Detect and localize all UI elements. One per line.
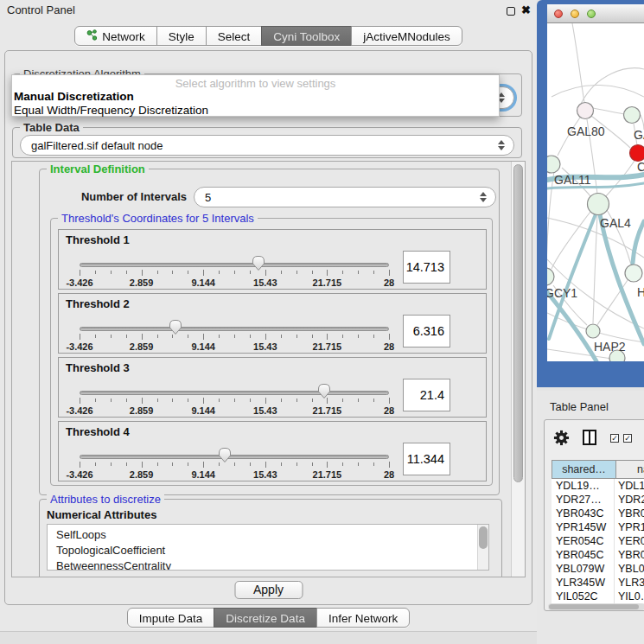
- apply-button[interactable]: Apply: [234, 581, 303, 599]
- tab-cyni-toolbox[interactable]: Cyni Toolbox: [261, 26, 352, 46]
- slider-tick: [296, 271, 297, 274]
- cell-name: YPR1…: [615, 520, 644, 534]
- slider-track[interactable]: [80, 391, 389, 395]
- cell-shared-name: YPR145W: [552, 520, 615, 534]
- column-header-name[interactable]: na: [615, 460, 644, 479]
- slider-tick-label: 15.43: [239, 405, 291, 416]
- number-of-intervals-select[interactable]: 5: [194, 187, 496, 207]
- slider-tick: [281, 462, 282, 466]
- slider-tick: [219, 271, 220, 274]
- network-canvas[interactable]: GAL80 GA C GAL11 GAL4 GCY1 H HAP2: [547, 23, 644, 361]
- algorithm-option[interactable]: Manual Discretization: [12, 90, 499, 104]
- slider-tick: [389, 334, 390, 340]
- combo-stepper-icon: [480, 192, 487, 202]
- slider-tick: [373, 335, 374, 338]
- bottom-tab-bar: Impute DataDiscretize DataInfer Network: [0, 608, 537, 628]
- table-row[interactable]: YIL052CYIL0…: [552, 590, 644, 603]
- settings-scrollbar[interactable]: [511, 162, 525, 577]
- slider-track[interactable]: [80, 263, 389, 267]
- label-gcy1: GCY1: [547, 286, 577, 300]
- network-graph: GAL80 GA C GAL11 GAL4 GCY1 H HAP2: [547, 23, 644, 361]
- cell-name: YLR3…: [615, 576, 644, 590]
- minimize-window-icon[interactable]: [571, 10, 579, 18]
- threshold-value-field[interactable]: 6.316: [403, 315, 450, 348]
- zoom-window-icon[interactable]: [587, 10, 596, 18]
- node-top-right[interactable]: [624, 107, 641, 124]
- checkbox-icon[interactable]: ✓: [610, 434, 619, 443]
- tab-network[interactable]: Network: [74, 26, 157, 46]
- tab-impute-data[interactable]: Impute Data: [127, 608, 215, 628]
- tab-select[interactable]: Select: [206, 26, 263, 46]
- algorithm-option[interactable]: Equal Width/Frequency Discretization: [12, 104, 499, 118]
- close-panel-icon[interactable]: ✖: [521, 3, 531, 16]
- slider-track[interactable]: [80, 455, 389, 459]
- slider-tick: [80, 270, 80, 276]
- slider-tick: [358, 335, 359, 338]
- node-gal11[interactable]: [547, 156, 560, 173]
- threshold-panel-2: Threshold 2-3.4262.8599.14415.4321.71528…: [58, 293, 487, 354]
- window-bottom-edge: [0, 631, 537, 644]
- slider-tick: [142, 270, 143, 276]
- table-row[interactable]: YDR27…YDR2…: [552, 493, 644, 507]
- slider-thumb[interactable]: [218, 447, 232, 463]
- slider-tick: [80, 462, 80, 468]
- label-hap2: HAP2: [594, 340, 626, 354]
- slider-tick: [188, 271, 188, 274]
- slider-tick: [358, 271, 359, 274]
- gear-icon[interactable]: [553, 430, 570, 446]
- slider-thumb[interactable]: [169, 319, 182, 335]
- slider-thumb[interactable]: [252, 255, 265, 271]
- threshold-label: Threshold 3: [66, 361, 130, 374]
- checkbox-icon[interactable]: ✓: [623, 434, 632, 443]
- table-row[interactable]: YBR043CYBR0…: [552, 507, 644, 520]
- float-panel-icon[interactable]: [507, 7, 515, 16]
- threshold-panel-3: Threshold 3-3.4262.8599.14415.4321.71528…: [58, 357, 487, 418]
- node-table: shared… na YDL19…YDL1…YDR27…YDR2…YBR043C…: [552, 460, 644, 602]
- attributes-scrollbar[interactable]: [477, 525, 488, 570]
- threshold-value-field[interactable]: 21.4: [403, 379, 450, 411]
- tab-discretize-data[interactable]: Discretize Data: [214, 608, 317, 628]
- node-h[interactable]: [625, 265, 642, 282]
- slider-tick-label: 2.859: [116, 469, 168, 480]
- column-settings-icon[interactable]: [583, 430, 596, 445]
- threshold-value-field[interactable]: 11.344: [403, 443, 450, 475]
- slider-thumb[interactable]: [317, 383, 331, 399]
- attribute-item[interactable]: SelfLoops: [48, 527, 488, 543]
- node-gal4[interactable]: [588, 194, 609, 215]
- table-hscrollbar[interactable]: [548, 603, 644, 610]
- table-row[interactable]: YPR145WYPR1…: [552, 520, 644, 534]
- slider-tick-label: -3.426: [54, 341, 105, 352]
- attribute-item[interactable]: BetweennessCentrality: [48, 558, 488, 571]
- slider-track[interactable]: [80, 327, 389, 331]
- node-hap2[interactable]: [586, 324, 600, 338]
- slider-tick: [126, 335, 127, 338]
- table-row[interactable]: YER054CYER0…: [552, 534, 644, 548]
- table-row[interactable]: YLR345WYLR3…: [552, 576, 644, 590]
- table-row[interactable]: YBL079WYBL0…: [552, 562, 644, 576]
- close-window-icon[interactable]: [554, 10, 563, 18]
- table-row[interactable]: YDL19…YDL1…: [552, 479, 644, 493]
- attribute-item[interactable]: TopologicalCoefficient: [48, 543, 488, 558]
- interval-definition-group: Interval Definition Number of Intervals …: [39, 169, 500, 495]
- slider-tick: [265, 462, 266, 468]
- table-row[interactable]: YBR045CYBR0…: [552, 548, 644, 562]
- slider-tick-label: 21.715: [301, 341, 353, 352]
- node-gcy1[interactable]: [547, 268, 554, 285]
- node-selected-red[interactable]: [630, 145, 644, 162]
- column-header-shared[interactable]: shared…: [552, 460, 615, 479]
- network-window-titlebar: [547, 4, 644, 23]
- control-panel-titlebar: Control Panel ✖: [0, 0, 537, 21]
- node-gal80[interactable]: [577, 103, 594, 119]
- cell-shared-name: YER054C: [552, 534, 615, 548]
- table-data-select[interactable]: galFiltered.sif default node: [20, 135, 514, 156]
- cell-shared-name: YIL052C: [552, 590, 615, 603]
- tab-infer-network[interactable]: Infer Network: [316, 608, 410, 628]
- tab-jactivemnodules[interactable]: jActiveMNodules: [351, 26, 462, 46]
- slider-tick: [265, 334, 266, 340]
- tab-label: Impute Data: [139, 610, 203, 628]
- slider-tick: [250, 271, 251, 274]
- slider-tick: [126, 271, 127, 274]
- slider-tick: [312, 462, 313, 466]
- tab-style[interactable]: Style: [156, 26, 207, 46]
- threshold-value-field[interactable]: 14.713: [403, 251, 450, 284]
